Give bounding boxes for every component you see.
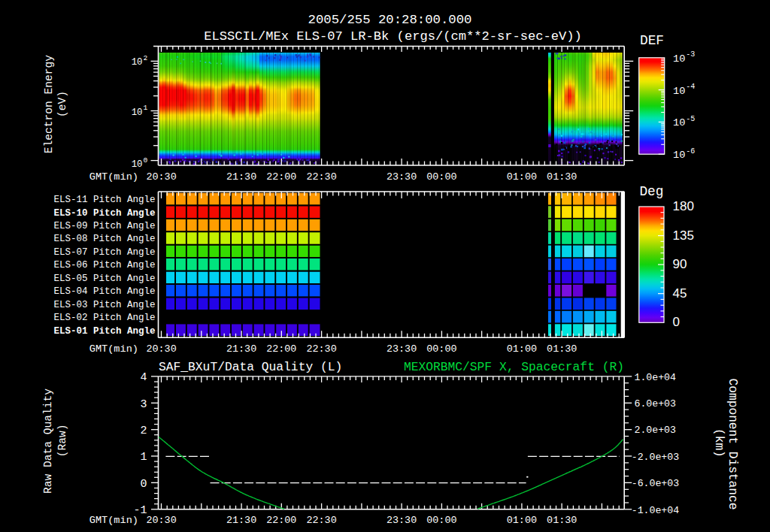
svg-text:0: 0 [140,478,147,491]
svg-text:GMT(min): GMT(min) [89,171,138,183]
svg-text:Raw Data Quality: Raw Data Quality [42,388,54,494]
svg-text:MEXORBMC/SPF X, Spacecraft (R): MEXORBMC/SPF X, Spacecraft (R) [404,360,624,374]
svg-text:1.0e+04: 1.0e+04 [635,372,676,383]
svg-text:ELS-09 Pitch Angle: ELS-09 Pitch Angle [53,221,155,231]
svg-text:45: 45 [673,286,687,301]
svg-text:ELS-04 Pitch Angle: ELS-04 Pitch Angle [53,286,155,297]
svg-text:01:00: 01:00 [507,515,537,526]
svg-text:ELS-05 Pitch Angle: ELS-05 Pitch Angle [53,274,155,284]
svg-text:22:30: 22:30 [307,343,337,355]
svg-text:-1.0e+04: -1.0e+04 [632,505,679,516]
svg-text:21:30: 21:30 [226,515,256,526]
svg-text:ELS-01 Pitch Angle: ELS-01 Pitch Angle [53,326,155,337]
svg-text:21:30: 21:30 [226,171,256,183]
svg-text:2.0e+03: 2.0e+03 [635,425,676,436]
svg-text:01:00: 01:00 [507,343,537,355]
svg-text:1: 1 [144,104,148,112]
svg-text:SAF_BXuT/Data Quality (L): SAF_BXuT/Data Quality (L) [159,360,342,374]
svg-text:ELS-08 Pitch Angle: ELS-08 Pitch Angle [53,234,155,244]
svg-text:ELS-11 Pitch Angle: ELS-11 Pitch Angle [53,195,155,205]
svg-text:-6: -6 [686,147,695,156]
svg-text:(km): (km) [712,428,726,458]
svg-text:ELS-07 Pitch Angle: ELS-07 Pitch Angle [53,247,155,258]
svg-text:01:30: 01:30 [547,171,577,183]
svg-text:10: 10 [673,53,685,65]
svg-text:6.0e+03: 6.0e+03 [635,398,676,410]
svg-text:-3: -3 [686,50,695,59]
svg-text:10: 10 [132,107,143,118]
svg-text:22:00: 22:00 [266,515,296,526]
svg-text:-2.0e+03: -2.0e+03 [632,452,679,463]
svg-text:20:30: 20:30 [147,171,177,183]
svg-text:20:30: 20:30 [147,515,177,526]
svg-text:180: 180 [673,199,694,213]
svg-text:01:00: 01:00 [507,171,537,183]
svg-text:Component Distance: Component Distance [726,379,739,510]
svg-text:22:30: 22:30 [307,171,337,183]
svg-text:10: 10 [673,117,685,128]
svg-text:00:00: 00:00 [426,171,456,183]
svg-text:01:30: 01:30 [547,515,577,526]
svg-text:23:30: 23:30 [387,171,417,183]
svg-text:DEF: DEF [640,33,664,48]
svg-text:21:30: 21:30 [226,343,256,355]
svg-text:22:00: 22:00 [266,171,296,183]
svg-text:20:30: 20:30 [147,343,177,355]
svg-text:Electron Energy: Electron Energy [43,55,55,154]
svg-text:2: 2 [144,54,148,62]
svg-text:00:00: 00:00 [426,515,456,526]
svg-text:GMT(min): GMT(min) [89,515,138,526]
svg-text:1: 1 [140,451,147,464]
svg-text:135: 135 [673,228,694,243]
svg-text:ELS-02 Pitch Angle: ELS-02 Pitch Angle [53,313,155,323]
svg-text:ELS-10 Pitch Angle: ELS-10 Pitch Angle [53,208,155,219]
svg-text:23:30: 23:30 [387,515,417,526]
svg-text:01:30: 01:30 [547,343,577,355]
svg-text:-6.0e+03: -6.0e+03 [632,478,679,489]
svg-text:0: 0 [144,156,148,165]
svg-text:2: 2 [140,425,147,437]
svg-text:3: 3 [140,398,147,411]
svg-text:2005/255 20:28:00.000: 2005/255 20:28:00.000 [308,13,472,27]
svg-text:0: 0 [673,315,680,329]
svg-text:10: 10 [132,159,143,170]
svg-text:GMT(min): GMT(min) [89,343,138,355]
svg-text:-4: -4 [686,83,695,91]
svg-text:23:30: 23:30 [387,343,417,355]
svg-text:(eV): (eV) [56,91,68,117]
svg-text:4: 4 [140,371,147,384]
svg-text:10: 10 [673,86,685,97]
svg-text:-5: -5 [686,115,695,123]
svg-text:10: 10 [132,57,143,68]
svg-text:(Raw): (Raw) [56,424,68,457]
svg-text:ELS-06 Pitch Angle: ELS-06 Pitch Angle [53,260,155,271]
svg-text:Deg: Deg [639,184,663,199]
svg-text:ELSSCIL/MEx ELS-07 LR-Bk (erg: ELSSCIL/MEx ELS-07 LR-Bk (ergs/(cm**2-sr… [204,29,582,44]
svg-text:90: 90 [673,257,687,271]
svg-text:10: 10 [673,150,685,161]
svg-text:22:30: 22:30 [307,515,337,526]
svg-text:22:00: 22:00 [266,343,296,355]
svg-text:ELS-03 Pitch Angle: ELS-03 Pitch Angle [53,300,155,310]
svg-text:00:00: 00:00 [426,343,456,355]
